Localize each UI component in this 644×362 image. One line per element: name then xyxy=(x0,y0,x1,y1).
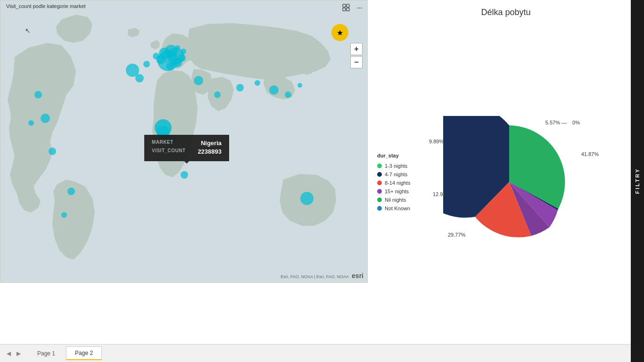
svg-rect-2 xyxy=(343,8,346,11)
legend-item-15plus: 15+ nights xyxy=(377,189,429,194)
filters-sidebar[interactable]: FILTRY xyxy=(631,0,644,344)
tooltip-market-label: MARKET xyxy=(152,140,173,147)
legend-item-4-7: 4-7 nights xyxy=(377,172,429,177)
esri-attribution: Esri, FAO, NOAA | Esri, FAO, NOAA esri xyxy=(281,272,363,280)
svg-point-25 xyxy=(297,83,302,88)
map-panel: Visit_count podle kategorie market ··· xyxy=(0,0,368,283)
chart-title: Délka pobytu xyxy=(377,8,635,17)
filters-label: FILTRY xyxy=(635,168,640,194)
award-icon: ★ xyxy=(337,28,343,37)
svg-point-14 xyxy=(181,49,186,54)
tooltip-count-value: 2238893 xyxy=(198,148,222,155)
legend-dot-4-7 xyxy=(377,172,382,177)
tab-arrow-right[interactable]: ▶ xyxy=(15,349,23,358)
more-options-icon[interactable]: ··· xyxy=(354,2,364,13)
svg-point-20 xyxy=(214,91,221,98)
pie-label-9.89: 9.89% xyxy=(429,139,444,144)
legend-item-not-known: Not Known xyxy=(377,206,429,211)
pie-chart: 5.57% — 0% 9.89% 12.9% 29.77% 41.87% xyxy=(443,116,575,248)
svg-point-23 xyxy=(269,85,279,95)
legend-item-nil: Nil nights xyxy=(377,197,429,203)
svg-point-15 xyxy=(175,45,180,50)
legend-item-1-3: 1-3 nights xyxy=(377,163,429,169)
expand-icon[interactable] xyxy=(341,2,351,13)
map-title: Visit_count podle kategorie market xyxy=(6,3,86,9)
legend-dot-not-known xyxy=(377,206,382,211)
svg-point-35 xyxy=(300,192,314,205)
svg-rect-3 xyxy=(347,8,349,11)
legend-dot-15plus xyxy=(377,189,382,194)
legend-dot-1-3 xyxy=(377,164,382,168)
svg-point-17 xyxy=(135,74,144,82)
award-button[interactable]: ★ xyxy=(331,24,348,41)
svg-point-13 xyxy=(153,53,159,59)
tab-page-1[interactable]: Page 1 xyxy=(28,347,64,360)
svg-point-31 xyxy=(41,114,50,123)
zoom-out-button[interactable]: − xyxy=(350,56,363,68)
chart-panel: Délka pobytu dur_stay 1-3 nights 4-7 xyxy=(368,0,644,344)
pie-label-29.77: 29.77% xyxy=(448,232,465,238)
svg-rect-1 xyxy=(347,4,349,7)
svg-point-18 xyxy=(143,61,150,67)
tab-page-2[interactable]: Page 2 xyxy=(66,346,102,360)
legend-item-8-14: 8-14 nights xyxy=(377,180,429,186)
chart-legend: dur_stay 1-3 nights 4-7 nights xyxy=(377,153,429,211)
svg-point-22 xyxy=(255,80,260,86)
page-tabs: ◀ ▶ Page 1 Page 2 xyxy=(0,344,644,362)
pie-label-41.87: 41.87% xyxy=(581,151,599,157)
svg-point-36 xyxy=(181,171,188,179)
legend-dot-nil xyxy=(377,197,382,202)
svg-point-29 xyxy=(34,91,42,99)
tooltip-count-label: VISIT_COUNT xyxy=(152,148,186,155)
tooltip-market-value: Nigeria xyxy=(201,140,222,147)
svg-point-12 xyxy=(166,63,174,70)
svg-point-30 xyxy=(28,120,34,126)
pie-label-12.9: 12.9% xyxy=(433,191,447,197)
pie-label-5.57: 5.57% — xyxy=(545,120,567,125)
svg-point-28 xyxy=(155,119,172,136)
zoom-in-button[interactable]: + xyxy=(350,43,363,55)
svg-point-19 xyxy=(194,76,203,85)
tab-arrow-left[interactable]: ◀ xyxy=(5,349,13,358)
svg-point-11 xyxy=(178,54,186,62)
svg-rect-0 xyxy=(343,4,346,7)
svg-point-33 xyxy=(67,188,75,195)
map-tooltip: MARKET Nigeria VISIT_COUNT 2238893 xyxy=(144,135,229,161)
svg-point-32 xyxy=(49,148,56,155)
legend-dot-8-14 xyxy=(377,181,382,185)
cursor-icon: ↖ xyxy=(25,27,31,34)
svg-point-24 xyxy=(285,91,291,98)
svg-point-21 xyxy=(236,84,244,91)
svg-point-34 xyxy=(61,212,67,218)
legend-title: dur_stay xyxy=(377,153,429,158)
pie-label-0: 0% xyxy=(572,120,580,125)
